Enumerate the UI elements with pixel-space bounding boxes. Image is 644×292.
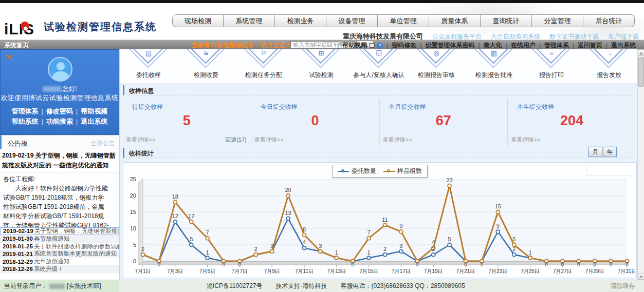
header-link-self-query[interactable]: 大厅自助查询系统 <box>491 32 540 41</box>
svg-text:0: 0 <box>481 262 484 267</box>
svg-text:7月27日: 7月27日 <box>553 268 572 274</box>
workflow-item-task-assign[interactable]: ⚐ 检测任务分配 <box>235 49 292 83</box>
svg-text:0: 0 <box>133 258 136 264</box>
header-link-client-download[interactable]: 客户端下载 <box>608 32 639 41</box>
stat-detail-link[interactable]: 查看详情>> <box>511 136 540 144</box>
separator: | <box>42 118 43 125</box>
workflow-label: 参与人/复核人确认 <box>350 71 408 80</box>
workflow-item-report-review[interactable]: ◎ 检测报告审核 <box>408 49 465 83</box>
close-icon[interactable]: ✕ <box>5 52 14 63</box>
notice-row[interactable]: 2018-12-26 系统升级！ <box>0 265 119 273</box>
nav-tab-quality-system[interactable]: 质量体系 <box>429 14 481 27</box>
all-notices-link[interactable]: 全部公告 <box>90 139 115 148</box>
stat-label: 本年提交收样 <box>517 103 554 111</box>
clear-cache-link[interactable]: 清除缓存 <box>610 280 635 291</box>
workflow-item-report-print[interactable]: ≡ 报告打印 <box>523 49 580 83</box>
nav-tab-testing-business[interactable]: 检测业务 <box>275 14 326 27</box>
workflow-label: 检测报告审核 <box>408 71 465 80</box>
stat-detail-link[interactable]: 查看详情>> <box>126 136 155 144</box>
svg-text:11: 11 <box>382 217 388 223</box>
nav-tab-backend-stats[interactable]: 后台统计 <box>583 14 635 27</box>
workflow-item-reviewer-confirm[interactable]: ☑ 参与人/复核人确认 <box>350 49 408 83</box>
svg-text:4: 4 <box>432 239 435 245</box>
notice-row[interactable]: 2018-12-29 元旦放假通知 <box>0 258 119 265</box>
workflow-item-report-approve[interactable]: ▥ 检测报告批准 <box>465 49 523 83</box>
workflow-item-report-issue[interactable]: → 报告发放 <box>580 49 638 83</box>
svg-text:0: 0 <box>577 262 580 267</box>
quick-link-help-video[interactable]: 帮助视频 <box>81 107 107 115</box>
fee-icon: ≋ <box>177 49 235 57</box>
user-panel: ✕ ,您好! 欢迎使用博试云试验检测管理信息系统 管理体系|修改密码|帮助视频 … <box>0 49 119 135</box>
avatar <box>48 57 72 82</box>
year-button[interactable]: 年 <box>603 147 617 157</box>
nav-tab-unit-mgmt[interactable]: 单位管理 <box>378 14 429 27</box>
notice-title-text: 系统升级！ <box>34 265 64 273</box>
toolbar-link-logout[interactable]: 退出系统 <box>611 41 636 50</box>
notice-row[interactable]: 2019-01-30 春节放假通知 <box>0 235 119 243</box>
main-scrollbar[interactable]: ▲ ▼ <box>637 49 644 280</box>
nav-tab-system-mgmt[interactable]: 系统管理 <box>224 14 275 27</box>
quick-link-help-system[interactable]: 帮助系统 <box>12 118 39 125</box>
svg-text:15: 15 <box>130 209 136 215</box>
notice-row[interactable]: 2019-01-25 关于软件回退收样删除的参数试验数据 <box>0 243 119 250</box>
workflow-label: 委托收样 <box>120 71 177 80</box>
workflow-item-sample-receive[interactable]: ▤ 委托收样 <box>120 49 177 83</box>
quick-link-change-password[interactable]: 修改密码 <box>46 107 73 115</box>
workflow-label: 试验检测 <box>292 71 350 80</box>
quick-link-function-search[interactable]: 功能搜索 <box>46 118 73 125</box>
svg-text:3: 3 <box>399 243 402 249</box>
nav-tab-equipment-mgmt[interactable]: 设备管理 <box>326 14 378 27</box>
toolbar-link-maximize[interactable]: 最大化 <box>484 41 502 50</box>
notice-headline[interactable]: 2019-02-19 关于型钢，钢板，无缝钢管新规范发版及对应的 一些信息优化的… <box>0 149 119 172</box>
svg-text:0: 0 <box>545 262 548 267</box>
app-header: iLIS 试验检测管理信息系统 现场检测 系统管理 检测业务 设备管理 单位管理… <box>0 3 644 40</box>
svg-text:20: 20 <box>130 192 136 199</box>
month-button[interactable]: 月 <box>588 147 602 157</box>
quick-links: 管理体系|修改密码|帮助视频 帮助系统|功能搜索|退出系统 <box>1 106 119 127</box>
toolbar-link-set-qs-password[interactable]: 设置管理体系密码 <box>425 41 474 50</box>
notice-body-line: 各位工程师: <box>3 174 109 184</box>
workflow-item-test-fee[interactable]: ≋ 检测收费 <box>177 49 235 83</box>
nav-tab-query-stats[interactable]: 查询统计 <box>481 14 532 27</box>
stat-return-link[interactable]: 回退(17) <box>225 136 247 144</box>
legend-item-sample-groups[interactable]: 样品组数 <box>383 167 422 176</box>
toolbar-link-help-video[interactable]: 帮助视频 <box>342 41 367 50</box>
stat-label: 今日提交收样 <box>261 103 298 111</box>
legend-item-commissions[interactable]: 委托数量 <box>338 167 376 176</box>
home-label[interactable]: 系统首页 <box>4 41 29 50</box>
svg-text:5: 5 <box>512 236 516 242</box>
workflow-item-lab-test[interactable]: ⊞ 试验检测 <box>292 49 350 83</box>
main-scrollbar-thumb[interactable] <box>638 57 644 87</box>
scroll-down-icon[interactable]: ▼ <box>638 273 644 280</box>
nav-tab-room-mgmt[interactable]: 分室管理 <box>532 14 583 27</box>
stat-detail-link[interactable]: 查看详情>> <box>254 136 284 144</box>
quick-link-quality-system[interactable]: 管理体系 <box>12 107 39 115</box>
footer-user-area: 当前登录用户：[实施技术部] <box>0 280 119 292</box>
printer-icon[interactable] <box>369 43 375 48</box>
toolbar-link-quality-system[interactable]: 管理体系 <box>544 41 569 50</box>
notice-row[interactable]: 2019-02-19 关于型钢，钢板，无缝钢管新规范发版 <box>0 227 119 235</box>
magnifier-icon: ◎ <box>408 49 465 57</box>
svg-text:1: 1 <box>529 249 532 256</box>
line-chart: 05101520257月1日7月3日7月5日7月7日7月9日7月11日7月13日… <box>124 175 635 278</box>
header-link-cert-driver[interactable]: 数字证书驱动下载 <box>549 32 599 41</box>
notice-row[interactable]: 2019-01-21 系统首页新版本更新发版的通知 <box>0 250 119 258</box>
svg-text:0: 0 <box>351 262 354 267</box>
flame-icon <box>20 21 31 36</box>
nav-tab-field-testing[interactable]: 现场检测 <box>172 14 224 27</box>
stat-label: 待提交收样 <box>132 103 163 111</box>
toolbar-link-change-password[interactable]: 密码修改 <box>392 41 416 50</box>
separator: | <box>76 107 78 115</box>
svg-text:7月15日: 7月15日 <box>359 268 378 274</box>
toolbar-link-online-users[interactable]: 在线用户 <box>511 41 536 50</box>
task-alert[interactable]: 当前有21份在检测任务，请点击进入 <box>192 41 291 50</box>
help-icon[interactable]: ? <box>377 43 383 49</box>
toolbar-link-return-home[interactable]: 返回首页 <box>578 41 602 50</box>
chart-legend: 委托数量 样品组数 <box>332 165 428 178</box>
main-content: ▤ 委托收样 ≋ 检测收费 ⚐ 检测任务分配 ⊞ 试验检测 ☑ 参与人/复核人确… <box>119 49 637 280</box>
stat-detail-link[interactable]: 查看详情>> <box>383 136 412 144</box>
header-link-remote-service[interactable]: 公众远程服务平台 <box>432 32 482 41</box>
svg-text:9: 9 <box>399 223 402 229</box>
scroll-up-icon[interactable]: ▲ <box>638 49 644 56</box>
quick-link-logout[interactable]: 退出系统 <box>81 118 107 125</box>
